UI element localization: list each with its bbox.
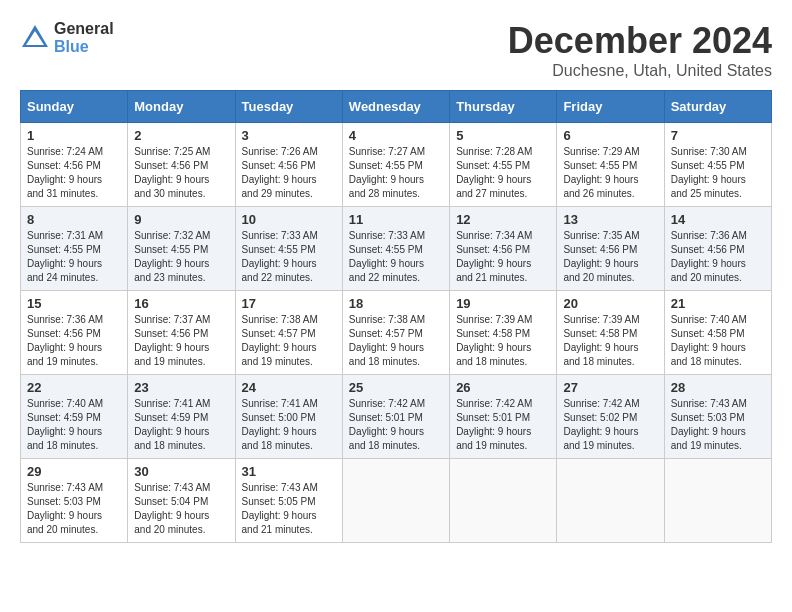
location-title: Duchesne, Utah, United States xyxy=(508,62,772,80)
calendar-day-cell: 10Sunrise: 7:33 AM Sunset: 4:55 PM Dayli… xyxy=(235,207,342,291)
day-number: 6 xyxy=(563,128,657,143)
day-number: 25 xyxy=(349,380,443,395)
calendar-day-cell: 23Sunrise: 7:41 AM Sunset: 4:59 PM Dayli… xyxy=(128,375,235,459)
day-info: Sunrise: 7:30 AM Sunset: 4:55 PM Dayligh… xyxy=(671,145,765,201)
day-info: Sunrise: 7:26 AM Sunset: 4:56 PM Dayligh… xyxy=(242,145,336,201)
day-number: 8 xyxy=(27,212,121,227)
logo-blue-text: Blue xyxy=(54,38,114,56)
day-number: 16 xyxy=(134,296,228,311)
weekday-header: Friday xyxy=(557,91,664,123)
day-info: Sunrise: 7:43 AM Sunset: 5:03 PM Dayligh… xyxy=(671,397,765,453)
day-number: 7 xyxy=(671,128,765,143)
day-number: 28 xyxy=(671,380,765,395)
day-number: 27 xyxy=(563,380,657,395)
calendar-day-cell: 21Sunrise: 7:40 AM Sunset: 4:58 PM Dayli… xyxy=(664,291,771,375)
day-info: Sunrise: 7:41 AM Sunset: 4:59 PM Dayligh… xyxy=(134,397,228,453)
calendar-week-row: 15Sunrise: 7:36 AM Sunset: 4:56 PM Dayli… xyxy=(21,291,772,375)
day-number: 13 xyxy=(563,212,657,227)
day-info: Sunrise: 7:31 AM Sunset: 4:55 PM Dayligh… xyxy=(27,229,121,285)
calendar-body: 1Sunrise: 7:24 AM Sunset: 4:56 PM Daylig… xyxy=(21,123,772,543)
day-info: Sunrise: 7:28 AM Sunset: 4:55 PM Dayligh… xyxy=(456,145,550,201)
logo-icon xyxy=(20,23,50,53)
day-info: Sunrise: 7:27 AM Sunset: 4:55 PM Dayligh… xyxy=(349,145,443,201)
calendar-day-cell: 22Sunrise: 7:40 AM Sunset: 4:59 PM Dayli… xyxy=(21,375,128,459)
day-info: Sunrise: 7:39 AM Sunset: 4:58 PM Dayligh… xyxy=(563,313,657,369)
calendar-day-cell xyxy=(557,459,664,543)
calendar-header: SundayMondayTuesdayWednesdayThursdayFrid… xyxy=(21,91,772,123)
day-info: Sunrise: 7:41 AM Sunset: 5:00 PM Dayligh… xyxy=(242,397,336,453)
day-number: 24 xyxy=(242,380,336,395)
day-info: Sunrise: 7:37 AM Sunset: 4:56 PM Dayligh… xyxy=(134,313,228,369)
calendar-week-row: 22Sunrise: 7:40 AM Sunset: 4:59 PM Dayli… xyxy=(21,375,772,459)
calendar-day-cell: 28Sunrise: 7:43 AM Sunset: 5:03 PM Dayli… xyxy=(664,375,771,459)
day-number: 17 xyxy=(242,296,336,311)
day-info: Sunrise: 7:33 AM Sunset: 4:55 PM Dayligh… xyxy=(242,229,336,285)
calendar-day-cell xyxy=(450,459,557,543)
calendar-day-cell: 18Sunrise: 7:38 AM Sunset: 4:57 PM Dayli… xyxy=(342,291,449,375)
calendar-day-cell xyxy=(664,459,771,543)
day-info: Sunrise: 7:42 AM Sunset: 5:02 PM Dayligh… xyxy=(563,397,657,453)
calendar-day-cell: 16Sunrise: 7:37 AM Sunset: 4:56 PM Dayli… xyxy=(128,291,235,375)
day-number: 3 xyxy=(242,128,336,143)
calendar-table: SundayMondayTuesdayWednesdayThursdayFrid… xyxy=(20,90,772,543)
calendar-week-row: 1Sunrise: 7:24 AM Sunset: 4:56 PM Daylig… xyxy=(21,123,772,207)
day-number: 4 xyxy=(349,128,443,143)
calendar-day-cell: 4Sunrise: 7:27 AM Sunset: 4:55 PM Daylig… xyxy=(342,123,449,207)
calendar-day-cell: 6Sunrise: 7:29 AM Sunset: 4:55 PM Daylig… xyxy=(557,123,664,207)
day-info: Sunrise: 7:38 AM Sunset: 4:57 PM Dayligh… xyxy=(242,313,336,369)
day-number: 20 xyxy=(563,296,657,311)
logo-text: General Blue xyxy=(54,20,114,55)
day-number: 1 xyxy=(27,128,121,143)
day-info: Sunrise: 7:24 AM Sunset: 4:56 PM Dayligh… xyxy=(27,145,121,201)
logo: General Blue xyxy=(20,20,114,55)
weekday-header: Sunday xyxy=(21,91,128,123)
calendar-day-cell: 8Sunrise: 7:31 AM Sunset: 4:55 PM Daylig… xyxy=(21,207,128,291)
calendar-week-row: 29Sunrise: 7:43 AM Sunset: 5:03 PM Dayli… xyxy=(21,459,772,543)
weekday-header: Tuesday xyxy=(235,91,342,123)
calendar-day-cell: 30Sunrise: 7:43 AM Sunset: 5:04 PM Dayli… xyxy=(128,459,235,543)
day-info: Sunrise: 7:35 AM Sunset: 4:56 PM Dayligh… xyxy=(563,229,657,285)
day-number: 5 xyxy=(456,128,550,143)
calendar-day-cell: 13Sunrise: 7:35 AM Sunset: 4:56 PM Dayli… xyxy=(557,207,664,291)
day-number: 19 xyxy=(456,296,550,311)
calendar-day-cell: 31Sunrise: 7:43 AM Sunset: 5:05 PM Dayli… xyxy=(235,459,342,543)
day-number: 23 xyxy=(134,380,228,395)
calendar-day-cell: 14Sunrise: 7:36 AM Sunset: 4:56 PM Dayli… xyxy=(664,207,771,291)
day-info: Sunrise: 7:38 AM Sunset: 4:57 PM Dayligh… xyxy=(349,313,443,369)
day-number: 10 xyxy=(242,212,336,227)
calendar-day-cell: 25Sunrise: 7:42 AM Sunset: 5:01 PM Dayli… xyxy=(342,375,449,459)
weekday-header: Thursday xyxy=(450,91,557,123)
day-number: 11 xyxy=(349,212,443,227)
day-info: Sunrise: 7:36 AM Sunset: 4:56 PM Dayligh… xyxy=(27,313,121,369)
day-number: 12 xyxy=(456,212,550,227)
month-title: December 2024 xyxy=(508,20,772,62)
calendar-day-cell: 3Sunrise: 7:26 AM Sunset: 4:56 PM Daylig… xyxy=(235,123,342,207)
calendar-day-cell: 15Sunrise: 7:36 AM Sunset: 4:56 PM Dayli… xyxy=(21,291,128,375)
day-info: Sunrise: 7:43 AM Sunset: 5:03 PM Dayligh… xyxy=(27,481,121,537)
calendar-day-cell: 17Sunrise: 7:38 AM Sunset: 4:57 PM Dayli… xyxy=(235,291,342,375)
day-number: 26 xyxy=(456,380,550,395)
calendar-day-cell: 5Sunrise: 7:28 AM Sunset: 4:55 PM Daylig… xyxy=(450,123,557,207)
day-number: 31 xyxy=(242,464,336,479)
day-info: Sunrise: 7:32 AM Sunset: 4:55 PM Dayligh… xyxy=(134,229,228,285)
calendar-day-cell: 20Sunrise: 7:39 AM Sunset: 4:58 PM Dayli… xyxy=(557,291,664,375)
calendar-day-cell: 19Sunrise: 7:39 AM Sunset: 4:58 PM Dayli… xyxy=(450,291,557,375)
weekday-row: SundayMondayTuesdayWednesdayThursdayFrid… xyxy=(21,91,772,123)
day-info: Sunrise: 7:34 AM Sunset: 4:56 PM Dayligh… xyxy=(456,229,550,285)
day-number: 14 xyxy=(671,212,765,227)
day-info: Sunrise: 7:42 AM Sunset: 5:01 PM Dayligh… xyxy=(456,397,550,453)
weekday-header: Monday xyxy=(128,91,235,123)
day-info: Sunrise: 7:43 AM Sunset: 5:05 PM Dayligh… xyxy=(242,481,336,537)
day-info: Sunrise: 7:42 AM Sunset: 5:01 PM Dayligh… xyxy=(349,397,443,453)
day-number: 18 xyxy=(349,296,443,311)
calendar-day-cell: 26Sunrise: 7:42 AM Sunset: 5:01 PM Dayli… xyxy=(450,375,557,459)
day-number: 29 xyxy=(27,464,121,479)
page-header: General Blue December 2024 Duchesne, Uta… xyxy=(20,20,772,80)
logo-general-text: General xyxy=(54,20,114,38)
calendar-day-cell: 12Sunrise: 7:34 AM Sunset: 4:56 PM Dayli… xyxy=(450,207,557,291)
calendar-day-cell: 11Sunrise: 7:33 AM Sunset: 4:55 PM Dayli… xyxy=(342,207,449,291)
day-info: Sunrise: 7:39 AM Sunset: 4:58 PM Dayligh… xyxy=(456,313,550,369)
day-number: 15 xyxy=(27,296,121,311)
day-number: 2 xyxy=(134,128,228,143)
day-info: Sunrise: 7:25 AM Sunset: 4:56 PM Dayligh… xyxy=(134,145,228,201)
